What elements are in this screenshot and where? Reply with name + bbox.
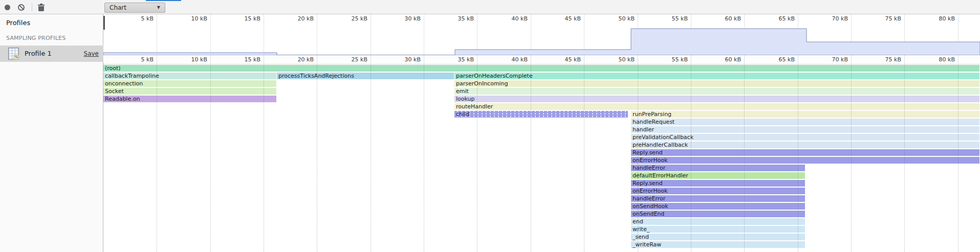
flame-ruler-label: 50 kB	[604, 56, 635, 63]
flame-ruler-label: 15 kB	[230, 56, 260, 63]
flame-bar-label: _writeRaw	[631, 241, 805, 248]
flame-ruler-label: 25 kB	[337, 56, 367, 63]
range-handle-left[interactable]	[103, 16, 105, 30]
flame-bar-parserOnHeadersComplete[interactable]: parserOnHeadersComplete	[454, 73, 979, 79]
flame-bar-onconnection[interactable]: onconnection	[103, 80, 276, 87]
flame-bar-processTicksAndRejections[interactable]: processTicksAndRejections	[277, 73, 454, 79]
flame-bar-label: parserOnHeadersComplete	[454, 73, 979, 79]
overview-ruler-label: 50 kB	[604, 15, 635, 22]
flame-bar-label: defaultErrorHandler	[631, 172, 805, 179]
overview-ruler-label: 10 kB	[177, 15, 207, 22]
flame-ruler-label: 80 kB	[924, 56, 955, 63]
flame-bar-label: onconnection	[103, 80, 276, 87]
profile-name: Profile 1	[25, 50, 52, 57]
active-tab-accent	[146, 0, 181, 1]
flame-bar-label: end	[631, 218, 805, 225]
flame-bar-onSendHook[interactable]: onSendHook	[631, 203, 805, 210]
chevron-down-icon: ▼	[157, 3, 160, 12]
flame-bar-label: lookup	[454, 96, 979, 102]
flame-bar-label: Readable.on	[103, 96, 276, 102]
flame-bar-runPreParsing[interactable]: runPreParsing	[631, 111, 979, 118]
flame-bar-onErrorHook[interactable]: onErrorHook	[631, 157, 979, 164]
flame-bar-child[interactable]: child	[454, 111, 628, 118]
flame-bar-Socket[interactable]: Socket	[103, 88, 276, 95]
flame-bar-label: Reply.send	[631, 149, 979, 156]
sampling-profiles-heading: SAMPLING PROFILES	[6, 35, 66, 41]
flame-bar-label: Reply.send	[631, 180, 805, 187]
profile-list-item[interactable]: % Profile 1 Save	[0, 45, 103, 62]
flame-bar-onErrorHook[interactable]: onErrorHook	[631, 188, 805, 194]
flame-bar-label: onErrorHook	[631, 188, 805, 194]
toolbar-separator	[32, 3, 32, 11]
view-mode-select[interactable]: Chart ▼	[104, 3, 165, 13]
flame-bar-Readable.on[interactable]: Readable.on	[103, 96, 276, 102]
overview-ruler-label: 60 kB	[710, 15, 741, 22]
clear-icon[interactable]	[18, 4, 25, 11]
overview-ruler-label: 45 kB	[550, 15, 581, 22]
overview-ruler-label: 15 kB	[230, 15, 260, 22]
flame-ruler-label: 5 kB	[123, 56, 154, 63]
flame-bar-preHandlerCallback[interactable]: preHandlerCallback	[631, 142, 979, 148]
flame-bar-label: _send	[631, 234, 805, 240]
flame-ruler-label: 65 kB	[764, 56, 795, 63]
flame-bar-parserOnIncoming[interactable]: parserOnIncoming	[454, 80, 979, 87]
flame-bar-routeHandler[interactable]: routeHandler	[454, 103, 979, 110]
memory-overview[interactable]: 5 kB10 kB15 kB20 kB25 kB30 kB35 kB40 kB4…	[103, 14, 980, 55]
flame-bar-write_[interactable]: write_	[631, 226, 805, 233]
flame-ruler-label: 55 kB	[657, 56, 688, 63]
flame-bar-label: handleError	[631, 165, 805, 171]
flame-bar-handleRequest[interactable]: handleRequest	[631, 119, 979, 125]
trash-icon-body	[38, 6, 44, 11]
flame-ruler: 5 kB10 kB15 kB20 kB25 kB30 kB35 kB40 kB4…	[103, 55, 980, 64]
flame-bar-handleError[interactable]: handleError	[631, 165, 805, 171]
flame-bar-label: handleError	[631, 195, 805, 202]
flame-bar-Reply.send[interactable]: Reply.send	[631, 180, 805, 187]
flame-bar-Reply.send[interactable]: Reply.send	[631, 149, 979, 156]
flame-bar-label: handleRequest	[631, 119, 979, 125]
trash-icon-lid	[38, 5, 45, 6]
flame-bar-label: write_	[631, 226, 805, 233]
flame-bar-label: emit	[454, 88, 979, 95]
flame-bar-label: child	[454, 111, 628, 118]
flame-bar-_send[interactable]: _send	[631, 234, 805, 240]
flame-bar-_writeRaw[interactable]: _writeRaw	[631, 241, 805, 248]
flame-bar-label: parserOnIncoming	[454, 80, 979, 87]
flame-bar-defaultErrorHandler[interactable]: defaultErrorHandler	[631, 172, 805, 179]
overview-ruler-label: 25 kB	[337, 15, 367, 22]
overview-ruler-label: 35 kB	[443, 15, 474, 22]
sidebar: Profiles SAMPLING PROFILES % Profile 1 S…	[0, 14, 103, 252]
flame-bar-label: preHandlerCallback	[631, 142, 979, 148]
overview-ruler-label: 30 kB	[390, 15, 421, 22]
flame-bar-onSendEnd[interactable]: onSendEnd	[631, 211, 805, 217]
overview-ruler-label: 55 kB	[657, 15, 688, 22]
save-link[interactable]: Save	[84, 50, 99, 57]
flame-bar-handleError[interactable]: handleError	[631, 195, 805, 202]
flame-bar-preValidationCallback[interactable]: preValidationCallback	[631, 134, 979, 141]
overview-ruler-label: 75 kB	[870, 15, 901, 22]
profile-icon: %	[8, 48, 19, 60]
flame-ruler-label: 10 kB	[177, 56, 207, 63]
flame-bar-label: routeHandler	[454, 103, 979, 110]
flame-bar-label: (root)	[103, 65, 979, 72]
flame-bar-emit[interactable]: emit	[454, 88, 979, 95]
overview-ruler-label: 80 kB	[924, 15, 955, 22]
flame-ruler-label: 45 kB	[550, 56, 581, 63]
record-icon[interactable]	[5, 5, 10, 10]
flame-rows: (root)callbackTrampolineprocessTicksAndR…	[103, 65, 980, 252]
trash-icon[interactable]	[38, 4, 45, 11]
flame-bar-end[interactable]: end	[631, 218, 805, 225]
flame-bar-label: callbackTrampoline	[103, 73, 276, 79]
flame-bar-label: handler	[631, 126, 979, 133]
view-mode-label: Chart	[110, 4, 126, 11]
flame-bar-handler[interactable]: handler	[631, 126, 979, 133]
flame-ruler-label: 75 kB	[870, 56, 901, 63]
overview-ruler-label: 20 kB	[283, 15, 314, 22]
flame-ruler-label: 35 kB	[443, 56, 474, 63]
flame-chart-region: 5 kB10 kB15 kB20 kB25 kB30 kB35 kB40 kB4…	[103, 14, 980, 252]
flame-bar-lookup[interactable]: lookup	[454, 96, 979, 102]
flame-bar-(root)[interactable]: (root)	[103, 65, 979, 72]
memory-panel: Chart ▼ Profiles SAMPLING PROFILES % Pro…	[0, 0, 980, 252]
flame-ruler-label: 60 kB	[710, 56, 741, 63]
percent-badge: %	[14, 55, 19, 60]
flame-bar-callbackTrampoline[interactable]: callbackTrampoline	[103, 73, 276, 79]
